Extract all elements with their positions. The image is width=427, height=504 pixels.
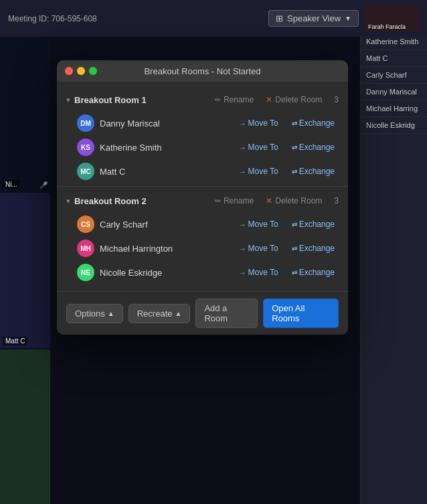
exchange-icon-c: ⇄ bbox=[292, 221, 297, 228]
exchange-icon-k: ⇄ bbox=[292, 144, 297, 151]
exchange-icon-danny: ⇄ bbox=[292, 120, 297, 127]
top-bar: Meeting ID: 706-595-608 ⊞ Speaker View ▼… bbox=[0, 0, 427, 37]
arrow-right-icon-mh: → bbox=[239, 245, 246, 252]
avatar-nicolle: NE bbox=[77, 264, 94, 281]
speaker-view-label: Speaker View bbox=[287, 13, 341, 23]
participant-name-matt: Matt C bbox=[100, 167, 230, 177]
chevron-up-icon: ▲ bbox=[108, 310, 114, 317]
room2-count: 3 bbox=[334, 196, 339, 205]
left-video-area: Ni... 🎤 Matt C bbox=[0, 37, 50, 504]
rename-label-2: Rename bbox=[224, 196, 254, 205]
room2-rename-button[interactable]: ✏ Rename bbox=[211, 195, 258, 207]
exchange-label-katherine: Exchange bbox=[299, 143, 335, 152]
participant-row-danny: DM Danny Mariscal → Move To ⇄ Exchange bbox=[57, 111, 348, 135]
participant-row-nicolle: NE Nicolle Eskridge → Move To ⇄ Exchange bbox=[57, 260, 348, 284]
room2-name: Breakout Room 2 bbox=[74, 196, 207, 206]
move-to-label-nicolle: Move To bbox=[248, 268, 278, 277]
room-divider bbox=[57, 186, 348, 187]
exchange-button-nicolle[interactable]: ⇄ Exchange bbox=[288, 266, 339, 278]
close-button[interactable] bbox=[65, 67, 73, 75]
delete-room-label-2: Delete Room bbox=[275, 196, 322, 205]
avatar-katherine: KS bbox=[77, 139, 94, 156]
move-to-button-matt[interactable]: → Move To bbox=[235, 165, 282, 177]
move-to-label-katherine: Move To bbox=[248, 143, 278, 152]
open-all-rooms-label: Open All Rooms bbox=[272, 303, 330, 323]
arrow-right-icon-ne: → bbox=[239, 269, 246, 276]
avatar-danny: DM bbox=[77, 114, 94, 132]
arrow-right-icon-m: → bbox=[239, 168, 246, 175]
traffic-lights bbox=[65, 67, 97, 75]
meeting-id: Meeting ID: 706-595-608 bbox=[8, 14, 97, 23]
room2-chevron-icon[interactable]: ▾ bbox=[66, 197, 70, 205]
move-to-label-michael: Move To bbox=[248, 244, 278, 253]
top-video-tile: Farah Faracla bbox=[365, 6, 419, 31]
arrow-right-icon: → bbox=[239, 120, 246, 127]
exchange-label-carly: Exchange bbox=[299, 220, 335, 229]
dialog-titlebar: Breakout Rooms - Not Started bbox=[57, 60, 348, 82]
right-panel: to filter... Farah Faracla Katherine Smi… bbox=[360, 0, 427, 504]
dialog-footer: Options ▲ Recreate ▲ Add a Room Open All… bbox=[57, 291, 348, 335]
exchange-icon-ne: ⇄ bbox=[292, 269, 297, 276]
rp-participant-6: Michael Harring bbox=[361, 100, 427, 117]
exchange-icon-m: ⇄ bbox=[292, 168, 297, 175]
open-all-rooms-button[interactable]: Open All Rooms bbox=[263, 299, 339, 328]
exchange-button-carly[interactable]: ⇄ Exchange bbox=[288, 218, 339, 230]
participant-row-matt: MC Matt C → Move To ⇄ Exchange bbox=[57, 159, 348, 183]
speaker-view-button[interactable]: ⊞ Speaker View ▼ bbox=[268, 10, 359, 27]
rp-participant-3: Matt C bbox=[361, 50, 427, 67]
video-tile-3 bbox=[0, 349, 50, 504]
exchange-icon-mh: ⇄ bbox=[292, 245, 297, 252]
exchange-label-matt: Exchange bbox=[299, 167, 335, 176]
move-to-label-matt: Move To bbox=[248, 167, 278, 176]
video-tile-1: Ni... 🎤 bbox=[0, 37, 50, 191]
arrow-right-icon-k: → bbox=[239, 144, 246, 151]
exchange-label-danny: Exchange bbox=[299, 118, 335, 128]
maximize-button[interactable] bbox=[89, 67, 97, 75]
arrow-right-icon-c: → bbox=[239, 221, 246, 228]
tile-label-2: Matt C bbox=[3, 337, 27, 345]
recreate-button[interactable]: Recreate ▲ bbox=[129, 304, 191, 323]
move-to-button-danny[interactable]: → Move To bbox=[235, 117, 282, 129]
options-button[interactable]: Options ▲ bbox=[66, 304, 123, 323]
avatar-carly: CS bbox=[77, 216, 94, 233]
rp-participant-5: Danny Mariscal bbox=[361, 84, 427, 100]
pencil-icon-2: ✏ bbox=[215, 197, 221, 205]
move-to-button-nicolle[interactable]: → Move To bbox=[235, 266, 282, 278]
x-icon-2: ✕ bbox=[266, 196, 272, 205]
participant-row-michael: MH Michael Harrington → Move To ⇄ Exchan… bbox=[57, 236, 348, 260]
tile-label-1: Ni... bbox=[3, 180, 20, 189]
minimize-button[interactable] bbox=[77, 67, 85, 75]
move-to-button-carly[interactable]: → Move To bbox=[235, 218, 282, 230]
rp-participant-4: Carly Scharf bbox=[361, 67, 427, 84]
room2-delete-button[interactable]: ✕ Delete Room bbox=[262, 195, 326, 207]
add-room-label: Add a Room bbox=[204, 303, 249, 323]
add-room-button[interactable]: Add a Room bbox=[195, 299, 258, 328]
chevron-down-icon: ▼ bbox=[345, 15, 351, 22]
move-to-button-katherine[interactable]: → Move To bbox=[235, 141, 282, 153]
room1-count: 3 bbox=[334, 95, 339, 104]
grid-icon: ⊞ bbox=[276, 13, 283, 23]
participant-row-carly: CS Carly Scharf → Move To ⇄ Exchange bbox=[57, 212, 348, 236]
exchange-label-michael: Exchange bbox=[299, 244, 335, 253]
mic-off-icon-1: 🎤 bbox=[39, 181, 48, 189]
room1-delete-button[interactable]: ✕ Delete Room bbox=[262, 94, 326, 106]
room1-chevron-icon[interactable]: ▾ bbox=[66, 96, 70, 104]
move-to-button-michael[interactable]: → Move To bbox=[235, 242, 282, 254]
participant-name-carly: Carly Scharf bbox=[100, 220, 230, 230]
room1-name: Breakout Room 1 bbox=[74, 95, 207, 105]
participant-row-katherine: KS Katherine Smith → Move To ⇄ Exchange bbox=[57, 135, 348, 159]
room1-rename-button[interactable]: ✏ Rename bbox=[211, 94, 258, 106]
recreate-label: Recreate bbox=[137, 309, 173, 319]
participant-name-katherine: Katherine Smith bbox=[100, 143, 230, 153]
exchange-button-danny[interactable]: ⇄ Exchange bbox=[288, 117, 339, 129]
exchange-button-michael[interactable]: ⇄ Exchange bbox=[288, 242, 339, 254]
video-tile-2: Matt C bbox=[0, 193, 50, 347]
exchange-button-matt[interactable]: ⇄ Exchange bbox=[288, 165, 339, 177]
participant-name-danny: Danny Mariscal bbox=[100, 118, 230, 129]
participant-name-michael: Michael Harrington bbox=[100, 244, 230, 254]
move-to-label-carly: Move To bbox=[248, 220, 278, 229]
dialog-title: Breakout Rooms - Not Started bbox=[144, 66, 260, 76]
exchange-button-katherine[interactable]: ⇄ Exchange bbox=[288, 141, 339, 153]
avatar-matt: MC bbox=[77, 163, 94, 180]
delete-room-label: Delete Room bbox=[275, 95, 322, 104]
